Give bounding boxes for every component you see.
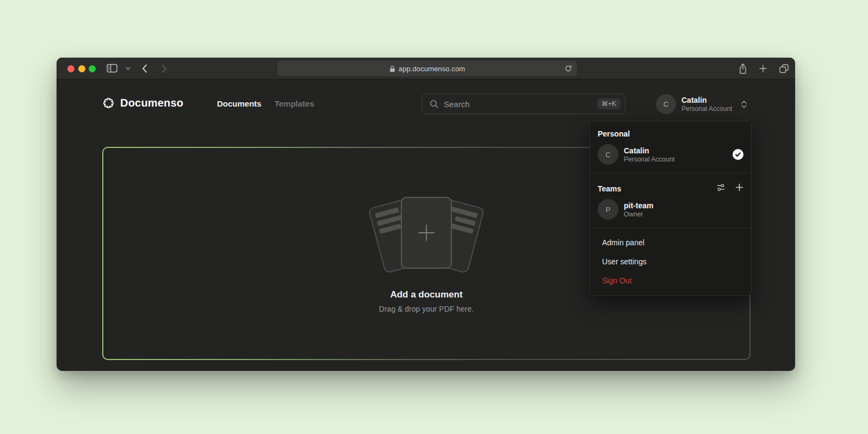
check-circle-icon	[733, 149, 743, 160]
search-bar[interactable]: ⌘+K	[421, 94, 625, 114]
url-text: app.documenso.com	[399, 65, 465, 73]
create-team-icon[interactable]	[734, 182, 745, 193]
document-card-center	[401, 197, 452, 269]
menu-item-team[interactable]: P pit-team Owner	[590, 197, 751, 221]
avatar: C	[598, 144, 618, 165]
account-dropdown-menu: Personal C Catalin Personal Account	[590, 121, 752, 296]
avatar: P	[598, 199, 618, 220]
tab-overview-icon[interactable]	[779, 64, 789, 73]
menu-link-user-settings[interactable]: User settings	[590, 252, 751, 271]
avatar: C	[656, 94, 676, 114]
forward-icon	[162, 64, 167, 73]
sidebar-chevron-down-icon[interactable]	[126, 67, 131, 70]
address-bar[interactable]: app.documenso.com	[277, 61, 577, 76]
menu-label-personal: Personal	[590, 127, 751, 138]
search-shortcut-badge: ⌘+K	[597, 98, 621, 109]
window-zoom-button[interactable]	[89, 65, 96, 72]
account-name: Catalin	[681, 96, 732, 104]
search-icon	[430, 100, 439, 109]
browser-titlebar: app.documenso.com	[57, 58, 795, 79]
manage-teams-icon[interactable]	[715, 182, 726, 193]
chevrons-up-down-icon	[741, 100, 747, 109]
search-input[interactable]	[444, 100, 592, 109]
documenso-app: Documenso Documents Templates ⌘+K C	[57, 79, 795, 371]
share-icon[interactable]	[739, 63, 747, 74]
primary-nav: Documents Templates	[217, 99, 314, 108]
nav-templates[interactable]: Templates	[275, 99, 314, 108]
browser-window: app.documenso.com	[57, 58, 795, 371]
account-menu-button[interactable]: C Catalin Personal Account	[656, 94, 747, 114]
menu-link-sign-out[interactable]: Sign Out	[590, 271, 751, 290]
brand-name: Documenso	[120, 97, 183, 109]
back-icon[interactable]	[142, 64, 147, 73]
dropzone-subtitle: Drag & drop your PDF here.	[379, 305, 474, 313]
documenso-seal-icon	[102, 97, 115, 109]
new-tab-icon[interactable]	[759, 65, 767, 72]
menu-label-teams: Teams	[590, 182, 715, 193]
account-subtitle: Personal Account	[681, 105, 732, 113]
lock-icon	[389, 65, 395, 72]
desktop: app.documenso.com	[0, 0, 868, 434]
window-minimize-button[interactable]	[78, 65, 85, 72]
plus-icon	[417, 224, 436, 242]
brand-logo[interactable]: Documenso	[102, 97, 183, 109]
reload-icon[interactable]	[565, 65, 572, 72]
sidebar-toggle-icon[interactable]	[107, 64, 117, 73]
nav-documents[interactable]: Documents	[217, 99, 262, 108]
window-close-button[interactable]	[67, 65, 75, 72]
dropzone-title: Add a document	[390, 289, 462, 300]
menu-item-personal-account[interactable]: C Catalin Personal Account	[590, 142, 751, 166]
document-stack-illustration	[375, 194, 478, 275]
menu-link-admin-panel[interactable]: Admin panel	[590, 233, 751, 252]
